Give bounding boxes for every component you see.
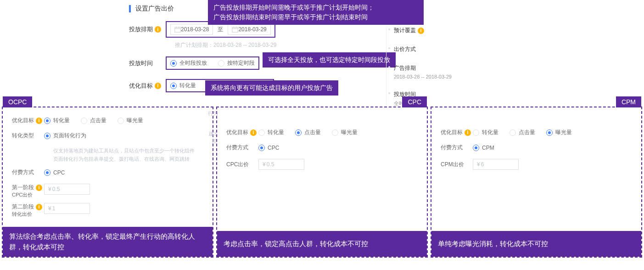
stray-text: 括: [212, 138, 217, 145]
cpm-goal-click[interactable]: 点击量: [510, 129, 535, 136]
ocpc-goal-row: 优化目标i 转化量 点击量 曝光量: [12, 117, 203, 124]
cpm-goal-conversion[interactable]: 转化量: [473, 129, 498, 136]
callout-time: 可选择全天投放，也可选定特定时间段投放: [263, 52, 396, 68]
info-icon[interactable]: i: [465, 129, 471, 136]
cpm-pay-cpm[interactable]: CPM: [473, 145, 494, 151]
info-icon[interactable]: i: [418, 28, 424, 34]
ocpc-footer: 算法综合考虑点击率、转化率，锁定最终产生行动的高转化人群，转化成本可控: [3, 227, 213, 257]
ocpc-conv-type-row: 转化类型 页面转化行为: [12, 132, 203, 140]
svg-rect-0: [175, 28, 180, 33]
end-date-value: 2018-03-29: [238, 26, 266, 33]
ocpc-goal-exposure[interactable]: 曝光量: [118, 117, 143, 124]
info-icon[interactable]: i: [155, 26, 161, 33]
cpc-goal-row: 优化目标i 转化量 点击量 曝光量: [226, 129, 418, 136]
calendar-icon: [174, 26, 181, 33]
time-box: 全时段投放 按特定时段: [166, 56, 259, 70]
summary-bid-method: 出价方式: [388, 45, 452, 53]
cpm-bid-input[interactable]: ¥6: [473, 159, 519, 170]
cpm-pay-row: 付费方式 CPM: [441, 144, 632, 152]
panel-ocpc: OCPC 优化目标i 转化量 点击量 曝光量 转化类型 页面转化行为 仅支持落地…: [2, 107, 213, 258]
ocpc-goal-conversion[interactable]: 转化量: [44, 117, 70, 124]
cpc-goal-click[interactable]: 点击量: [295, 129, 321, 136]
end-date-input[interactable]: 2018-03-29: [228, 24, 270, 35]
summary-schedule: 广告排期 2018-03-28 -- 2018-03-29: [388, 64, 452, 79]
ocpc-help-text: 仅支持落地页为建站工具站点，且站点中包含至少一个转化组件 页面转化行为包括表单提…: [53, 147, 203, 163]
panel-tag-ocpc: OCPC: [3, 96, 32, 107]
summary-coverage: 预计覆盖i: [388, 27, 452, 34]
cpc-footer: 考虑点击率，锁定高点击人群，转化成本不可控: [217, 231, 427, 257]
callout-goal: 系统将向更有可能达成目标的用户投放广告: [205, 80, 338, 96]
info-icon[interactable]: i: [36, 185, 42, 191]
ocpc-conv-type-page[interactable]: 页面转化行为: [44, 132, 86, 140]
cpc-bid-input[interactable]: ¥0.5: [258, 159, 304, 170]
panel-cpc: 行为 建3 括 CPC 优化目标i 转化量 点击量 曝光量 付费方式 CPC C…: [216, 107, 428, 258]
cpc-bid-row: CPC出价 ¥0.5: [226, 159, 418, 170]
cpm-goal-row: 优化目标i 转化量 点击量 曝光量: [441, 129, 632, 136]
section-title-text: 设置广告出价: [135, 5, 174, 13]
time-radio-group: 全时段投放 按特定时段: [170, 59, 255, 67]
stray-text: 行为: [208, 110, 218, 117]
stray-text: 建3: [209, 130, 217, 137]
panel-tag-cpc: CPC: [402, 96, 427, 107]
info-icon[interactable]: i: [250, 129, 257, 136]
cpc-goal-exposure[interactable]: 曝光量: [332, 129, 358, 136]
ocpc-pay-row: 付费方式 CPC: [12, 169, 203, 176]
panel-tag-cpm: CPM: [616, 96, 641, 107]
bidding-panels: OCPC 优化目标i 转化量 点击量 曝光量 转化类型 页面转化行为 仅支持落地…: [2, 107, 642, 258]
schedule-label: 投放排期 i: [129, 25, 166, 34]
ocpc-stage1-row: 第一阶段i CPC出价 ¥0.5: [12, 184, 203, 198]
date-separator: 至: [218, 26, 223, 34]
ocpc-pay-cpc[interactable]: CPC: [44, 169, 65, 176]
cpm-footer: 单纯考虑曝光消耗，转化成本不可控: [431, 231, 641, 257]
divider-line: [386, 28, 386, 106]
info-icon[interactable]: i: [155, 83, 161, 89]
ocpc-stage2-row: 第二阶段i 转化出价 ¥1: [12, 203, 203, 218]
calendar-icon: [232, 26, 238, 33]
cpc-pay-cpc[interactable]: CPC: [258, 145, 279, 151]
cpm-goal-exposure[interactable]: 曝光量: [546, 129, 572, 136]
time-label: 投放时间: [129, 59, 166, 68]
callout-schedule: 广告投放排期开始时间需晚于或等于推广计划开始时间； 广告投放排期结束时间需早于或…: [208, 0, 424, 25]
ocpc-goal-click[interactable]: 点击量: [81, 117, 106, 124]
goal-radio-conversion[interactable]: 转化量: [170, 82, 196, 90]
svg-rect-4: [232, 28, 238, 33]
ocpc-stage2-input[interactable]: ¥1: [44, 203, 90, 214]
cpc-pay-row: 付费方式 CPC: [226, 144, 418, 152]
info-icon[interactable]: i: [36, 204, 42, 210]
cpm-bid-row: CPM出价 ¥6: [441, 159, 632, 170]
goal-label: 优化目标 i: [129, 82, 166, 90]
ocpc-stage1-input[interactable]: ¥0.5: [44, 184, 90, 195]
panel-cpm: CPM 优化目标i 转化量 点击量 曝光量 付费方式 CPM CPM出价 ¥6 …: [431, 107, 642, 258]
start-date-input[interactable]: 2018-03-28: [170, 24, 213, 35]
info-icon[interactable]: i: [36, 118, 42, 124]
time-radio-specific[interactable]: 按特定时段: [218, 59, 255, 67]
cpc-goal-conversion[interactable]: 转化量: [258, 129, 284, 136]
time-radio-all[interactable]: 全时段投放: [170, 59, 207, 67]
start-date-value: 2018-03-28: [181, 26, 209, 33]
